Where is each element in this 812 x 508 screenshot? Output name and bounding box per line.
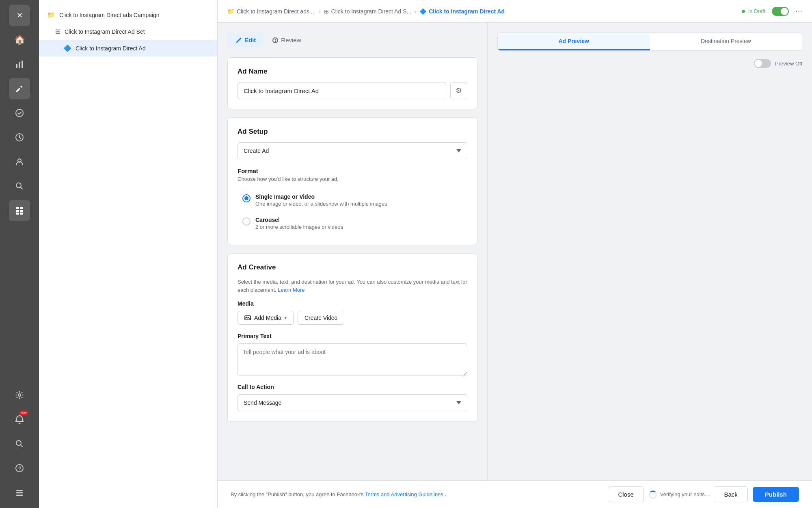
search-icon-button[interactable] xyxy=(9,176,30,197)
tree-item-adset[interactable]: ⊞ Click to Instagram Direct Ad Set ··· xyxy=(39,23,217,40)
svg-rect-10 xyxy=(20,210,23,212)
campaign-folder-icon: 📁 xyxy=(47,11,55,19)
review-tab[interactable]: Review xyxy=(264,33,309,48)
add-media-label: Add Media xyxy=(254,315,281,321)
svg-rect-12 xyxy=(20,213,23,215)
format-carousel-label: Carousel xyxy=(255,217,343,223)
publish-button[interactable]: Publish xyxy=(753,487,799,502)
chart-icon-button[interactable] xyxy=(9,54,30,75)
settings-icon-button[interactable] xyxy=(9,384,30,406)
primary-text-label: Primary Text xyxy=(238,333,467,339)
edit-tab-label: Edit xyxy=(244,37,256,43)
list-icon-button[interactable] xyxy=(9,482,30,503)
add-media-dropdown-arrow: ▾ xyxy=(285,316,287,320)
learn-more-link[interactable]: Learn More xyxy=(278,287,304,293)
format-single-option[interactable]: Single Image or Video One image or video… xyxy=(238,189,467,212)
format-carousel-radio[interactable] xyxy=(242,217,251,226)
ad-name-title: Ad Name xyxy=(238,67,467,76)
breadcrumb-sep-1: › xyxy=(319,9,321,14)
svg-rect-8 xyxy=(20,207,23,209)
verifying-spinner xyxy=(649,491,657,499)
icon-sidebar: ✕ 🏠 99+ ? xyxy=(0,0,39,508)
edit-review-tabs: Edit Review xyxy=(227,33,477,48)
bc-campaign-label: Click to Instagram Direct ads ... xyxy=(237,8,316,15)
draft-toggle[interactable] xyxy=(772,7,789,16)
destination-preview-tab[interactable]: Destination Preview xyxy=(650,33,802,50)
svg-rect-18 xyxy=(16,492,23,493)
clock-icon-button[interactable] xyxy=(9,127,30,148)
format-title: Format xyxy=(238,167,467,174)
bell-icon-button[interactable]: 99+ xyxy=(9,409,30,430)
format-single-radio[interactable] xyxy=(242,194,251,202)
question-icon-button[interactable]: ? xyxy=(9,458,30,479)
draft-dot-icon: ● xyxy=(741,7,746,15)
terms-link[interactable]: Terms and Advertising Guidelines xyxy=(365,491,443,497)
svg-rect-11 xyxy=(16,213,19,215)
main-content: 📁 Click to Instagram Direct ads ... › ⊞ … xyxy=(218,0,812,508)
breadcrumb-ad[interactable]: 🔷 Click to Instagram Direct Ad xyxy=(419,8,505,15)
svg-rect-9 xyxy=(16,210,19,212)
checkmark-icon-button[interactable] xyxy=(9,102,30,124)
preview-tabs: Ad Preview Destination Preview xyxy=(497,33,802,51)
primary-text-input[interactable] xyxy=(238,343,467,376)
breadcrumb-adset[interactable]: ⊞ Click to Instagram Direct Ad S... xyxy=(324,8,412,15)
ad-name-input[interactable] xyxy=(238,82,446,99)
bc-ad-label: Click to Instagram Direct Ad xyxy=(429,8,505,15)
ad-creative-title: Ad Creative xyxy=(238,263,467,271)
svg-rect-2 xyxy=(22,61,23,68)
top-more-button[interactable]: ··· xyxy=(795,7,802,16)
svg-point-13 xyxy=(18,394,21,396)
back-button[interactable]: Back xyxy=(714,486,747,502)
home-icon-button[interactable]: 🏠 xyxy=(9,29,30,50)
format-carousel-option[interactable]: Carousel 2 or more scrollable images or … xyxy=(238,212,467,235)
tree-item-ad[interactable]: 🔷 Click to Instagram Direct Ad ··· xyxy=(39,40,217,56)
preview-toggle[interactable] xyxy=(754,59,771,68)
verifying-text: Verifying your edits... xyxy=(660,491,709,497)
ad-name-settings-button[interactable]: ⚙ xyxy=(450,82,467,99)
svg-point-21 xyxy=(275,39,276,40)
svg-point-3 xyxy=(16,109,23,117)
ad-setup-dropdown[interactable]: Create Ad xyxy=(238,142,467,159)
tree-item-campaign[interactable]: 📁 Click to Instagram Direct ads Campaign… xyxy=(39,7,217,23)
format-carousel-desc: 2 or more scrollable images or videos xyxy=(255,224,343,230)
search2-icon-button[interactable] xyxy=(9,433,30,454)
breadcrumb-campaign[interactable]: 📁 Click to Instagram Direct ads ... xyxy=(227,8,316,15)
create-video-label: Create Video xyxy=(304,315,337,321)
review-tab-label: Review xyxy=(281,37,301,43)
bottom-bar-actions: Close Verifying your edits... Back Publi… xyxy=(608,486,799,502)
svg-point-6 xyxy=(16,183,21,188)
media-section-label: Media xyxy=(238,300,467,307)
close-button[interactable]: Close xyxy=(608,486,644,502)
bottom-bar: By clicking the "Publish" button, you ag… xyxy=(218,480,812,508)
close-panel-button[interactable]: ✕ xyxy=(9,5,30,26)
right-panel: Ad Preview Destination Preview Preview O… xyxy=(487,23,812,480)
svg-point-14 xyxy=(16,441,21,445)
ad-icon: 🔷 xyxy=(63,44,71,52)
person-icon-button[interactable] xyxy=(9,151,30,172)
format-desc: Choose how you'd like to structure your … xyxy=(238,176,467,182)
tree-sidebar: 📁 Click to Instagram Direct ads Campaign… xyxy=(39,0,218,508)
bc-adset-icon: ⊞ xyxy=(324,8,329,15)
bc-ad-icon: 🔷 xyxy=(419,8,426,15)
preview-off-label: Preview Off xyxy=(775,61,802,67)
add-media-button[interactable]: Add Media ▾ xyxy=(238,311,294,325)
campaign-label: Click to Instagram Direct ads Campaign xyxy=(59,12,199,18)
svg-rect-7 xyxy=(16,207,19,209)
verifying-status: Verifying your edits... xyxy=(649,491,709,499)
cta-dropdown[interactable]: Send Message xyxy=(238,394,467,411)
cta-label: Call to Action xyxy=(238,384,467,390)
notification-badge: 99+ xyxy=(19,410,28,415)
ad-label: Click to Instagram Direct Ad xyxy=(76,45,199,52)
svg-rect-17 xyxy=(16,490,23,491)
in-draft-status: ● In Draft xyxy=(741,7,766,15)
ad-creative-desc: Select the media, text, and destination … xyxy=(238,278,467,294)
edit-tab[interactable]: Edit xyxy=(227,33,264,48)
ad-name-card: Ad Name ⚙ xyxy=(227,57,477,109)
ad-preview-tab[interactable]: Ad Preview xyxy=(498,33,650,50)
svg-rect-1 xyxy=(19,62,20,68)
create-video-button[interactable]: Create Video xyxy=(298,311,344,325)
edit-pencil-icon-button[interactable] xyxy=(9,78,30,99)
preview-toggle-row: Preview Off xyxy=(497,59,802,68)
breadcrumb-sep-2: › xyxy=(415,9,416,14)
grid-icon-button[interactable] xyxy=(9,200,30,221)
